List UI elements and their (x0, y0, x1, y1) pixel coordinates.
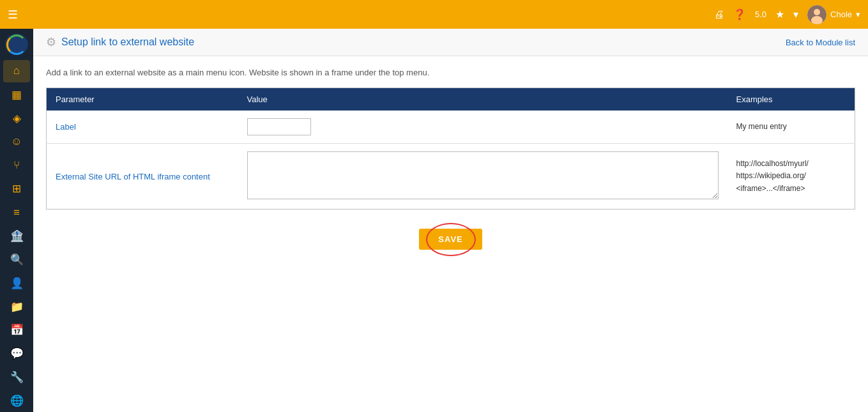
table-row: Label My menu entry (47, 111, 855, 144)
save-button[interactable]: SAVE (419, 229, 482, 250)
content-area: ⚙ Setup link to external website Back to… (33, 29, 868, 412)
label-input[interactable] (247, 118, 311, 135)
sidebar-item-person[interactable]: 👤 (3, 272, 30, 294)
sidebar-item-chart[interactable]: ▦ (3, 84, 30, 106)
avatar (807, 5, 826, 24)
sidebar-item-chat[interactable]: 💬 (3, 342, 30, 365)
sidebar-item-group[interactable]: ☺ (3, 131, 30, 153)
table-row: External Site URL of HTML iframe content… (47, 144, 855, 210)
sidebar-item-home[interactable]: ⌂ (3, 60, 30, 82)
param-value-cell (238, 111, 727, 144)
sidebar-item-calendar[interactable]: 📅 (3, 319, 30, 341)
back-to-module-link[interactable]: Back to Module list (786, 38, 855, 47)
username-label: Chole (830, 10, 852, 19)
page-header: ⚙ Setup link to external website Back to… (33, 29, 868, 56)
hamburger-icon[interactable]: ☰ (8, 8, 18, 22)
sidebar-item-folder[interactable]: 📁 (3, 296, 30, 318)
print-icon[interactable]: 🖨 (714, 9, 724, 20)
user-menu[interactable]: Chole ▾ (807, 5, 860, 24)
save-area: SAVE (46, 229, 855, 250)
url-textarea[interactable] (247, 151, 719, 199)
sidebar-item-search[interactable]: 🔍 (3, 248, 30, 271)
sidebar-item-globe[interactable]: 🌐 (3, 390, 30, 412)
chevron-down-icon[interactable]: ▾ (793, 8, 798, 20)
main-layout: ⌂ ▦ ◈ ☺ ⑂ ⊞ ≡ 🏦 🔍 👤 📁 📅 💬 🔧 🌐 ⚙ Setup li… (0, 29, 868, 412)
help-icon[interactable]: ❓ (733, 8, 746, 20)
svg-point-1 (814, 9, 820, 15)
navbar-right: 🖨 ❓ 5.0 ★ ▾ Chole ▾ (714, 5, 860, 24)
save-button-wrapper: SAVE (419, 229, 482, 250)
sidebar-item-flow[interactable]: ⑂ (3, 154, 30, 176)
page-title: Setup link to external website (61, 36, 194, 48)
param-url-value-cell (238, 144, 727, 210)
sidebar-item-layers[interactable]: ≡ (3, 201, 30, 224)
col-header-parameter: Parameter (47, 88, 238, 111)
params-table: Parameter Value Examples Label My menu e… (46, 88, 855, 210)
table-header-row: Parameter Value Examples (47, 88, 855, 111)
rating-display: 5.0 (755, 10, 766, 19)
top-navbar: ☰ 🖨 ❓ 5.0 ★ ▾ Chole ▾ (0, 0, 868, 29)
url-example: http://localhost/myurl/https://wikipedia… (736, 159, 809, 192)
logo-circle (6, 34, 27, 55)
navbar-left: ☰ (8, 8, 18, 22)
label-example: My menu entry (736, 122, 787, 131)
sidebar-item-briefcase[interactable]: ⊞ (3, 178, 30, 200)
param-example-cell: My menu entry (727, 111, 855, 144)
sidebar-logo (5, 34, 28, 55)
param-url-example-cell: http://localhost/myurl/https://wikipedia… (727, 144, 855, 210)
star-icon[interactable]: ★ (775, 8, 784, 20)
param-label-cell: Label (47, 111, 238, 144)
sidebar-item-wrench[interactable]: 🔧 (3, 366, 30, 388)
col-header-examples: Examples (727, 88, 855, 111)
page-content: Add a link to an external website as a m… (33, 56, 868, 261)
sidebar: ⌂ ▦ ◈ ☺ ⑂ ⊞ ≡ 🏦 🔍 👤 📁 📅 💬 🔧 🌐 (0, 29, 33, 412)
sidebar-item-bank[interactable]: 🏦 (3, 225, 30, 247)
user-chevron-icon: ▾ (856, 10, 860, 19)
sidebar-item-box[interactable]: ◈ (3, 107, 30, 130)
settings-icon: ⚙ (46, 35, 56, 49)
page-description: Add a link to an external website as a m… (46, 68, 855, 77)
col-header-value: Value (238, 88, 727, 111)
page-header-left: ⚙ Setup link to external website (46, 35, 194, 49)
param-url-cell: External Site URL of HTML iframe content (47, 144, 238, 210)
